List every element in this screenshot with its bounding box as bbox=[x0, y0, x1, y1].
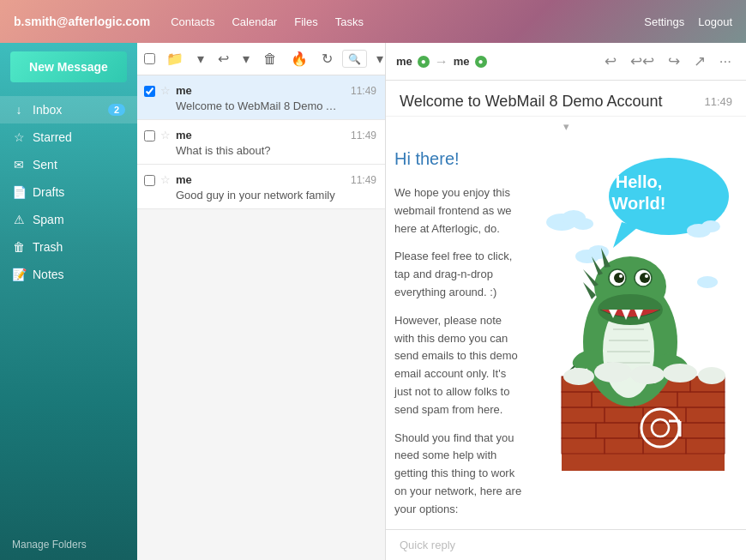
spam-icon: ⚠ bbox=[12, 213, 26, 226]
email-illustration: Hello, World! bbox=[532, 145, 737, 521]
to-label: me bbox=[454, 55, 470, 68]
sidebar: New Message ↓ Inbox 2 ☆ Starred ✉ Sent 📄… bbox=[0, 43, 137, 560]
sidebar-item-notes[interactable]: 📝 Notes bbox=[0, 261, 137, 288]
email-body-p1: Please feel free to click, tap and drag-… bbox=[394, 248, 523, 301]
star-icon-0[interactable]: ☆ bbox=[160, 84, 171, 97]
email-list-panel: 📁 ▾ ↩ ▾ 🗑 🔥 ↻ 🔍 ▾ ☆ me 11:49 bbox=[137, 43, 386, 560]
nav-calendar[interactable]: Calendar bbox=[232, 15, 277, 28]
email-view-time: 11:49 bbox=[704, 95, 732, 108]
svg-point-65 bbox=[563, 368, 594, 385]
svg-point-67 bbox=[630, 365, 665, 384]
star-icon-1[interactable]: ☆ bbox=[160, 129, 171, 142]
reply-button[interactable]: ↩ bbox=[214, 48, 233, 69]
time-2: 11:49 bbox=[351, 174, 376, 186]
settings-link[interactable]: Settings bbox=[644, 15, 684, 28]
brand-email: b.smith@afterlogic.com bbox=[14, 15, 150, 28]
open-external-btn[interactable]: ↗ bbox=[689, 50, 710, 73]
sidebar-label-trash: Trash bbox=[33, 240, 125, 254]
email-content-2: me 11:49 Good guy in your network family bbox=[176, 173, 376, 202]
email-content-1: me 11:49 What is this about? bbox=[176, 129, 376, 157]
reply-all-btn[interactable]: ↩ bbox=[600, 50, 621, 73]
svg-point-52 bbox=[640, 273, 650, 283]
email-checkbox-2[interactable] bbox=[144, 175, 155, 186]
email-checkbox-0[interactable] bbox=[144, 86, 155, 97]
crocodile-svg: Hello, World! bbox=[536, 145, 733, 471]
star-icon-2[interactable]: ☆ bbox=[160, 173, 171, 186]
reply-btn[interactable]: ↩↩ bbox=[626, 50, 659, 73]
from-badge: ● bbox=[418, 56, 430, 68]
email-view: me ● → me ● ↩ ↩↩ ↪ ↗ ··· Welcome to WebM… bbox=[386, 43, 746, 560]
nav-files[interactable]: Files bbox=[294, 15, 317, 28]
search-icon: 🔍 bbox=[348, 53, 361, 65]
logout-link[interactable]: Logout bbox=[698, 15, 732, 28]
email-list: ☆ me 11:49 Welcome to WebMail 8 Demo Acc… bbox=[137, 75, 385, 560]
sidebar-label-starred: Starred bbox=[33, 130, 125, 144]
trash-icon: 🗑 bbox=[12, 240, 26, 254]
sidebar-label-sent: Sent bbox=[33, 158, 125, 172]
from-label: me bbox=[396, 55, 412, 68]
notes-icon: 📝 bbox=[12, 268, 26, 281]
top-navigation: b.smith@afterlogic.com Contacts Calendar… bbox=[0, 0, 746, 43]
email-body-heading: Hi there! bbox=[394, 145, 523, 172]
more-btn[interactable]: ··· bbox=[715, 50, 736, 73]
nav-tasks[interactable]: Tasks bbox=[335, 15, 364, 28]
email-item-0[interactable]: ☆ me 11:49 Welcome to WebMail 8 Demo Acc… bbox=[137, 75, 385, 120]
sidebar-item-starred[interactable]: ☆ Starred bbox=[0, 123, 137, 151]
svg-text:World!: World! bbox=[612, 194, 666, 213]
main-area: New Message ↓ Inbox 2 ☆ Starred ✉ Sent 📄… bbox=[0, 43, 746, 560]
forward-btn[interactable]: ↪ bbox=[664, 50, 684, 73]
sidebar-item-spam[interactable]: ⚠ Spam bbox=[0, 206, 137, 233]
email-item-2[interactable]: ☆ me 11:49 Good guy in your network fami… bbox=[137, 165, 385, 209]
email-header-2: me 11:49 bbox=[176, 173, 376, 186]
search-bar: 🔍 bbox=[342, 50, 367, 68]
sidebar-item-sent[interactable]: ✉ Sent bbox=[0, 151, 137, 178]
svg-point-8 bbox=[588, 245, 609, 259]
drafts-icon: 📄 bbox=[12, 185, 26, 199]
time-1: 11:49 bbox=[351, 129, 376, 142]
subject-2: Good guy in your network family bbox=[176, 189, 343, 202]
arrow-right-icon: → bbox=[435, 54, 448, 69]
delete-button[interactable]: 🗑 bbox=[259, 49, 281, 69]
refresh-button[interactable]: ↻ bbox=[317, 48, 337, 69]
chevron-down-icon[interactable]: ▾ bbox=[386, 117, 746, 136]
sent-icon: ✉ bbox=[12, 158, 26, 172]
svg-text:Hello,: Hello, bbox=[616, 172, 662, 191]
move-dropdown[interactable]: ▾ bbox=[193, 48, 208, 69]
manage-folders-link[interactable]: Manage Folders bbox=[12, 539, 87, 551]
svg-point-68 bbox=[663, 364, 697, 382]
subject-0: Welcome to WebMail 8 Demo Acc... bbox=[176, 99, 343, 112]
email-subject-row: Welcome to WebMail 8 Demo Account 11:49 bbox=[386, 81, 746, 117]
sender-0: me bbox=[176, 84, 192, 97]
sidebar-label-notes: Notes bbox=[33, 268, 125, 281]
inbox-icon: ↓ bbox=[12, 103, 26, 117]
email-body-p0: We hope you enjoy this webmail frontend … bbox=[394, 184, 523, 238]
quick-reply[interactable]: Quick reply bbox=[386, 529, 746, 560]
sidebar-item-inbox[interactable]: ↓ Inbox 2 bbox=[0, 96, 137, 123]
svg-marker-1 bbox=[613, 222, 639, 248]
time-0: 11:49 bbox=[351, 85, 376, 97]
nav-contacts[interactable]: Contacts bbox=[171, 15, 214, 28]
svg-point-10 bbox=[701, 220, 720, 232]
email-view-toolbar: me ● → me ● ↩ ↩↩ ↪ ↗ ··· bbox=[386, 43, 746, 81]
svg-point-54 bbox=[645, 274, 648, 278]
flag-button[interactable]: 🔥 bbox=[286, 48, 312, 69]
view-actions: ↩ ↩↩ ↪ ↗ ··· bbox=[600, 50, 736, 73]
sidebar-label-drafts: Drafts bbox=[33, 185, 125, 199]
svg-point-66 bbox=[594, 362, 632, 382]
email-body: Hi there! We hope you enjoy this webmail… bbox=[386, 136, 746, 529]
nav-links: Contacts Calendar Files Tasks bbox=[171, 15, 623, 28]
inbox-badge: 2 bbox=[108, 104, 125, 116]
starred-icon: ☆ bbox=[12, 130, 26, 144]
search-options-button[interactable]: ▾ bbox=[372, 48, 386, 69]
sidebar-item-drafts[interactable]: 📄 Drafts bbox=[0, 178, 137, 206]
new-message-button[interactable]: New Message bbox=[10, 51, 127, 82]
email-checkbox-1[interactable] bbox=[144, 130, 155, 142]
move-button[interactable]: 📁 bbox=[162, 48, 188, 69]
reply-dropdown[interactable]: ▾ bbox=[238, 48, 254, 69]
email-text: Hi there! We hope you enjoy this webmail… bbox=[394, 145, 523, 521]
svg-point-69 bbox=[698, 367, 725, 384]
sidebar-item-trash[interactable]: 🗑 Trash bbox=[0, 233, 137, 261]
select-all-checkbox[interactable] bbox=[144, 53, 155, 64]
sidebar-label-spam: Spam bbox=[33, 213, 125, 226]
email-item-1[interactable]: ☆ me 11:49 What is this about? bbox=[137, 120, 385, 165]
